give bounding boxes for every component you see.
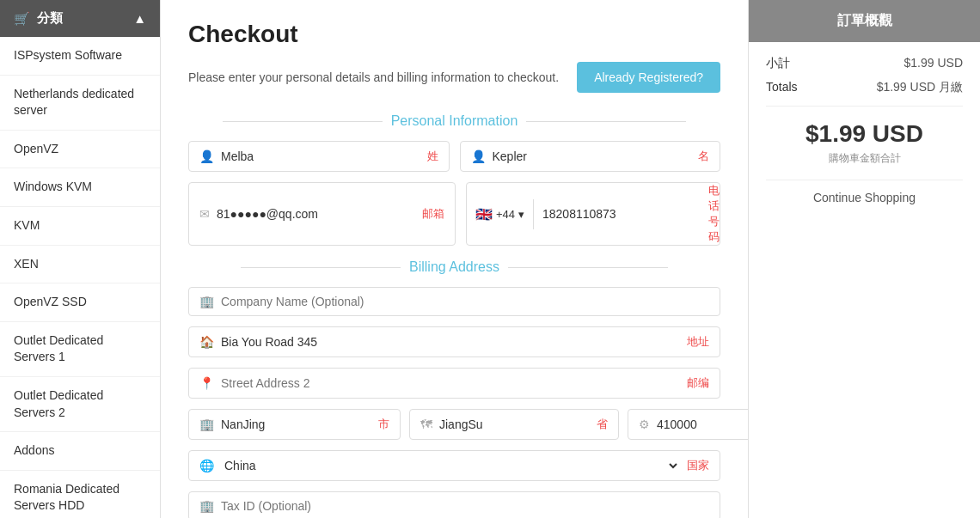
continue-shopping-link[interactable]: Continue Shopping — [766, 191, 963, 204]
sidebar-title: 分類 — [37, 10, 63, 27]
sidebar-item-netherlands[interactable]: Netherlands dedicated server — [0, 76, 160, 131]
phone-prefix-text: +44 — [496, 208, 515, 221]
chevron-down-icon: ▾ — [518, 208, 524, 221]
address2-input[interactable] — [221, 376, 680, 390]
divider-2 — [766, 180, 963, 180]
personal-info-title: Personal Information — [188, 113, 720, 129]
address2-row: 📍 邮编 — [188, 368, 720, 399]
sidebar: 🛒 分類 ▲ ISPsystem Software Netherlands de… — [0, 0, 161, 518]
totals-label: Totals — [766, 80, 798, 95]
email-icon: ✉ — [199, 207, 210, 221]
zip-icon: ⚙ — [639, 417, 650, 431]
country-field[interactable]: 🌐 China United States United Kingdom 国家 — [188, 450, 720, 481]
phone-prefix-selector[interactable]: 🇬🇧 +44 ▾ — [467, 199, 534, 229]
order-summary-header: 訂單概觀 — [749, 0, 980, 42]
total-description: 購物車金額合計 — [766, 151, 963, 166]
subtotal-label: 小計 — [766, 56, 790, 71]
sidebar-item-outlet1[interactable]: Outlet Dedicated Servers 1 — [0, 322, 160, 377]
state-field[interactable]: 🗺 省 — [409, 409, 619, 440]
person-icon-2: 👤 — [471, 149, 486, 163]
sidebar-item-xen[interactable]: XEN — [0, 246, 160, 284]
country-annotation: 国家 — [687, 458, 709, 473]
address1-field[interactable]: 🏠 地址 — [188, 326, 720, 357]
first-name-field[interactable]: 👤 姓 — [188, 141, 450, 172]
subtotal-row: 小計 $1.99 USD — [766, 56, 963, 71]
intro-text: Please enter your personal details and b… — [188, 70, 559, 84]
address2-field[interactable]: 📍 邮编 — [188, 368, 720, 399]
order-summary-body: 小計 $1.99 USD Totals $1.99 USD 月繳 $1.99 U… — [749, 42, 980, 218]
sidebar-item-windows-kvm[interactable]: Windows KVM — [0, 168, 160, 207]
person-icon: 👤 — [199, 149, 214, 163]
sidebar-item-romania-hdd[interactable]: Romania Dedicated Servers HDD — [0, 471, 160, 518]
divider — [766, 106, 963, 107]
last-name-field[interactable]: 👤 名 — [460, 141, 721, 172]
sidebar-item-outlet2[interactable]: Outlet Dedicated Servers 2 — [0, 377, 160, 432]
flag-icon: 🇬🇧 — [475, 206, 493, 222]
company-input[interactable] — [221, 295, 709, 308]
last-name-input[interactable] — [493, 149, 692, 163]
city-input[interactable] — [221, 417, 371, 431]
first-name-annotation: 姓 — [427, 149, 438, 164]
totals-value: $1.99 USD 月繳 — [877, 80, 963, 95]
tax-icon: 🏢 — [199, 499, 214, 513]
zip-annotation: 邮编 — [687, 375, 709, 391]
tax-row: 🏢 — [188, 491, 720, 518]
state-icon: 🗺 — [420, 417, 432, 431]
email-input[interactable] — [217, 207, 415, 221]
state-input[interactable] — [439, 417, 590, 431]
address1-input[interactable] — [221, 335, 680, 349]
address1-annotation: 地址 — [687, 334, 709, 350]
totals-row: Totals $1.99 USD 月繳 — [766, 80, 963, 95]
sidebar-item-ispsystem[interactable]: ISPsystem Software — [0, 37, 160, 76]
last-name-annotation: 名 — [698, 149, 709, 164]
zip-input[interactable] — [657, 417, 748, 431]
company-field[interactable]: 🏢 — [188, 287, 720, 316]
cart-icon: 🛒 — [14, 11, 30, 27]
email-field[interactable]: ✉ 邮箱 — [188, 182, 456, 246]
sidebar-item-addons[interactable]: Addons — [0, 432, 160, 471]
first-name-input[interactable] — [221, 149, 420, 163]
already-registered-button[interactable]: Already Registered? — [577, 62, 720, 93]
intro-row: Please enter your personal details and b… — [188, 62, 720, 93]
total-amount: $1.99 USD — [766, 120, 963, 148]
company-row: 🏢 — [188, 287, 720, 316]
location-icon: 📍 — [199, 376, 214, 390]
city-annotation: 市 — [378, 417, 389, 432]
city-field[interactable]: 🏢 市 — [188, 409, 401, 440]
sidebar-item-kvm[interactable]: KVM — [0, 207, 160, 246]
city-state-zip-row: 🏢 市 🗺 省 ⚙ — [188, 409, 720, 440]
country-select[interactable]: China United States United Kingdom — [221, 458, 680, 473]
home-icon: 🏠 — [199, 335, 214, 349]
phone-field[interactable]: 🇬🇧 +44 ▾ 电话号码 — [466, 182, 720, 246]
phone-annotation: 电话号码 — [708, 183, 720, 245]
sidebar-header: 🛒 分類 ▲ — [0, 0, 160, 37]
phone-input[interactable] — [534, 200, 701, 228]
state-annotation: 省 — [597, 417, 608, 432]
name-row: 👤 姓 👤 名 — [188, 141, 720, 172]
building-icon: 🏢 — [199, 295, 214, 308]
tax-input[interactable] — [221, 499, 709, 513]
billing-address-title: Billing Address — [188, 259, 720, 275]
right-panel: 訂單概觀 小計 $1.99 USD Totals $1.99 USD 月繳 $1… — [748, 0, 980, 518]
contact-row: ✉ 邮箱 🇬🇧 +44 ▾ 电话号码 — [188, 182, 720, 246]
main-content: Checkout Please enter your personal deta… — [161, 0, 748, 518]
globe-icon: 🌐 — [199, 459, 214, 472]
collapse-icon[interactable]: ▲ — [133, 11, 146, 26]
tax-field[interactable]: 🏢 — [188, 491, 720, 518]
address1-row: 🏠 地址 — [188, 326, 720, 357]
subtotal-value: $1.99 USD — [904, 56, 963, 71]
page-title: Checkout — [188, 21, 720, 48]
city-icon: 🏢 — [199, 417, 214, 431]
zip-field[interactable]: ⚙ — [628, 409, 748, 440]
sidebar-item-openvz-ssd[interactable]: OpenVZ SSD — [0, 283, 160, 322]
email-annotation: 邮箱 — [422, 206, 444, 222]
sidebar-item-openvz[interactable]: OpenVZ — [0, 131, 160, 169]
